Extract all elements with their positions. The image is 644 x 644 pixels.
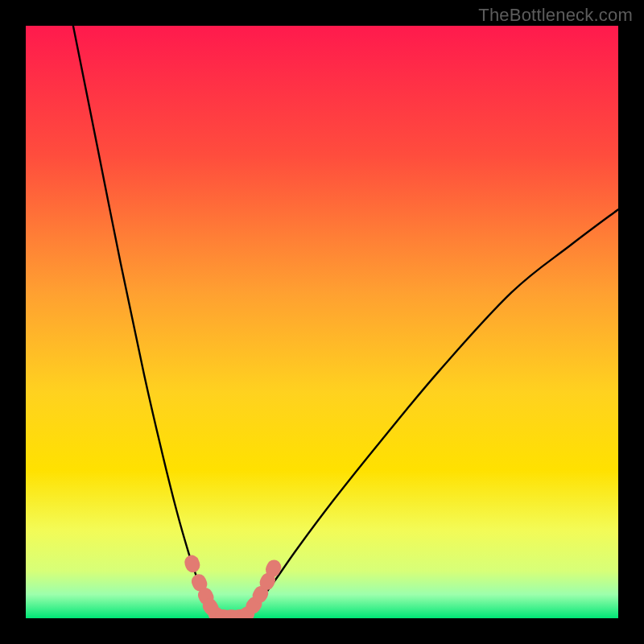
- chart-svg: [26, 26, 618, 618]
- plot-area: [26, 26, 618, 618]
- chart-frame: TheBottleneck.com: [0, 0, 644, 644]
- watermark-text: TheBottleneck.com: [478, 5, 633, 26]
- gradient-background: [26, 26, 618, 618]
